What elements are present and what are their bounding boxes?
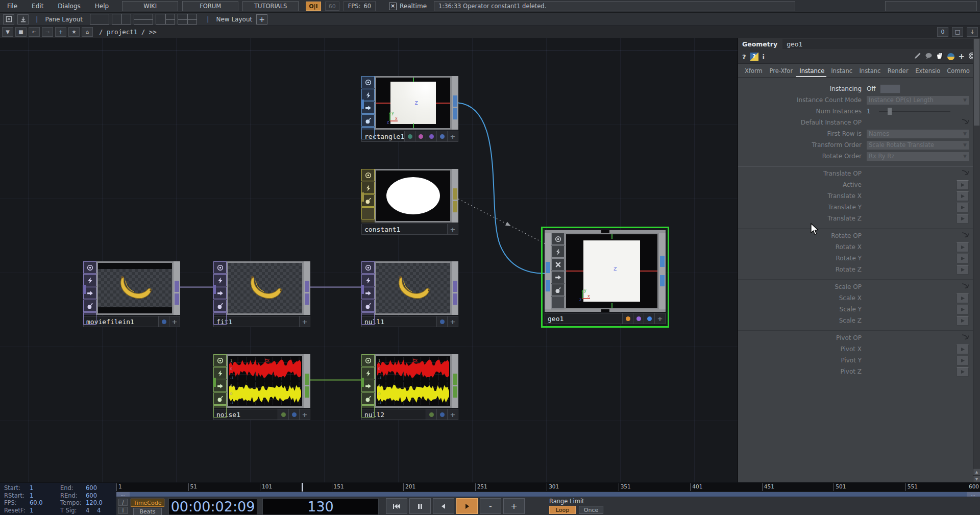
param-row-first-row-is[interactable]: First Row isNames▼ <box>738 128 980 139</box>
node-name-label[interactable]: constant1 <box>361 224 448 235</box>
param-row-scale-x[interactable]: Scale X <box>738 292 980 304</box>
output-connector[interactable] <box>452 354 458 408</box>
timeline-slash-button[interactable]: / <box>118 499 128 506</box>
tab-pre-xfor[interactable]: Pre-Xfor <box>766 65 795 77</box>
link-button-tutorials[interactable]: TUTORIALS <box>242 1 299 11</box>
dropdown[interactable]: Names▼ <box>867 130 969 138</box>
node-color-dot[interactable] <box>159 316 169 327</box>
network-editor[interactable]: zrectangle1+constant1+moviefilein1+fit1+… <box>0 38 738 482</box>
stop-icon[interactable]: ■ <box>15 27 27 37</box>
node-color-dot[interactable] <box>644 313 655 324</box>
pane-layout-hsplit[interactable] <box>134 14 153 24</box>
node-noise1[interactable]: 10-1tx10-1noise1+ <box>213 354 310 420</box>
frame-display[interactable]: 130 <box>262 498 379 515</box>
python-help-icon[interactable]: ? <box>750 53 758 61</box>
fps-box[interactable]: FPS: 60 <box>344 1 376 11</box>
maximize-pane-icon[interactable]: □ <box>952 27 963 37</box>
link-button-wiki[interactable]: WIKI <box>122 1 178 11</box>
node-constant1[interactable]: constant1+ <box>361 169 458 235</box>
node-color-dot[interactable] <box>289 409 300 420</box>
zoom-reset-button[interactable]: 0 <box>937 27 948 37</box>
expand-param-icon[interactable] <box>957 356 969 365</box>
bomb-flag-icon[interactable] <box>361 114 375 127</box>
node-color-dot[interactable] <box>437 409 448 420</box>
expand-param-icon[interactable] <box>957 254 969 263</box>
node-color-dot[interactable] <box>437 316 448 327</box>
bomb-flag-icon[interactable] <box>213 300 227 312</box>
tab-instanc[interactable]: Instanc <box>855 65 883 77</box>
node-color-dot[interactable] <box>278 409 289 420</box>
node-body[interactable] <box>361 169 458 223</box>
realtime-checkbox[interactable]: × <box>389 3 397 10</box>
loop-button[interactable]: Loop <box>549 506 576 514</box>
timecode-mode-button[interactable]: TimeCode <box>131 499 164 507</box>
play-button[interactable] <box>456 498 478 514</box>
op-picker-icon[interactable] <box>961 333 970 342</box>
param-row-translate-x[interactable]: Translate X <box>738 190 980 202</box>
output-connector[interactable] <box>452 76 458 130</box>
step-back-button[interactable]: - <box>480 498 501 514</box>
viewer-flag-icon[interactable] <box>551 233 565 245</box>
node-color-dot[interactable] <box>405 131 415 142</box>
add-bookmark-icon[interactable]: + <box>55 27 66 37</box>
node-body[interactable] <box>213 261 310 315</box>
expand-param-icon[interactable] <box>957 293 969 303</box>
panel-scrollbar[interactable]: ▲ ▼ <box>973 38 980 482</box>
output-connector[interactable] <box>304 354 310 408</box>
back-icon[interactable]: ← <box>29 27 40 37</box>
range-end-handle[interactable]: … <box>967 492 980 497</box>
viewer-flag-icon[interactable] <box>213 261 227 274</box>
node-color-dot[interactable] <box>633 313 644 324</box>
input-connector[interactable] <box>213 378 216 387</box>
expand-param-icon[interactable] <box>957 305 969 314</box>
toggle-switch[interactable] <box>880 85 900 93</box>
tab-commo[interactable]: Commo <box>943 65 972 77</box>
param-row-rotate-op[interactable]: Rotate OP <box>738 230 980 241</box>
add-parameter-icon[interactable]: + <box>958 52 965 61</box>
node-rectangle1[interactable]: zrectangle1+ <box>361 76 458 142</box>
input-connector[interactable] <box>213 285 216 294</box>
expand-param-icon[interactable] <box>957 367 969 377</box>
input-connector[interactable] <box>83 285 86 294</box>
dropdown[interactable]: Instance OP(s) Length▼ <box>867 96 969 105</box>
param-row-default-instance-op[interactable]: Default Instance OP <box>738 117 980 128</box>
node-body[interactable]: z <box>545 230 666 312</box>
tab-render[interactable]: Render <box>884 65 911 77</box>
node-add-color-icon[interactable]: + <box>448 131 458 142</box>
node-moviefilein1[interactable]: moviefilein1+ <box>83 261 180 327</box>
param-row-pivot-z[interactable]: Pivot Z <box>738 366 980 377</box>
input-connector[interactable] <box>361 378 364 387</box>
playhead[interactable] <box>302 483 303 492</box>
node-fit1[interactable]: fit1+ <box>213 261 310 327</box>
expand-param-icon[interactable] <box>957 180 969 190</box>
arrow-flag-icon[interactable] <box>551 271 565 283</box>
viewer-flag-icon[interactable] <box>213 354 227 366</box>
timeline-value[interactable]: 1 <box>30 484 60 492</box>
dock-button[interactable] <box>17 14 29 24</box>
input-connector[interactable] <box>545 233 551 309</box>
param-row-rotate-z[interactable]: Rotate Z <box>738 264 980 275</box>
node-color-dot[interactable] <box>623 313 633 324</box>
node-add-color-icon[interactable]: + <box>655 313 666 324</box>
output-connector[interactable] <box>452 169 458 223</box>
scrollbar-thumb[interactable] <box>974 39 979 126</box>
play-reverse-button[interactable] <box>433 498 454 514</box>
scroll-up-icon[interactable]: ▲ <box>973 468 980 475</box>
copy-parameters-icon[interactable] <box>936 52 944 61</box>
viewer-flag-icon[interactable] <box>83 261 96 274</box>
pane-layout-single[interactable] <box>90 14 109 24</box>
param-row-active[interactable]: Active <box>738 179 980 190</box>
forward-icon[interactable]: → <box>42 27 53 37</box>
timeline-settings[interactable]: Start:1End:600RStart:1REnd:600FPS:60.0Te… <box>0 483 116 515</box>
param-row-scale-op[interactable]: Scale OP <box>738 281 980 292</box>
dropdown[interactable]: Scale Rotate Translate▼ <box>867 141 969 150</box>
range-start-handle[interactable]: … <box>116 492 130 497</box>
once-button[interactable]: Once <box>579 506 603 514</box>
star-icon[interactable]: ★ <box>68 27 80 37</box>
node-color-dot[interactable] <box>426 131 437 142</box>
output-connector[interactable] <box>659 233 666 309</box>
input-connector[interactable] <box>361 285 364 294</box>
param-row-num-instances[interactable]: Num Instances1 <box>738 106 980 117</box>
node-color-dot[interactable] <box>426 409 437 420</box>
output-connector[interactable] <box>452 261 458 315</box>
